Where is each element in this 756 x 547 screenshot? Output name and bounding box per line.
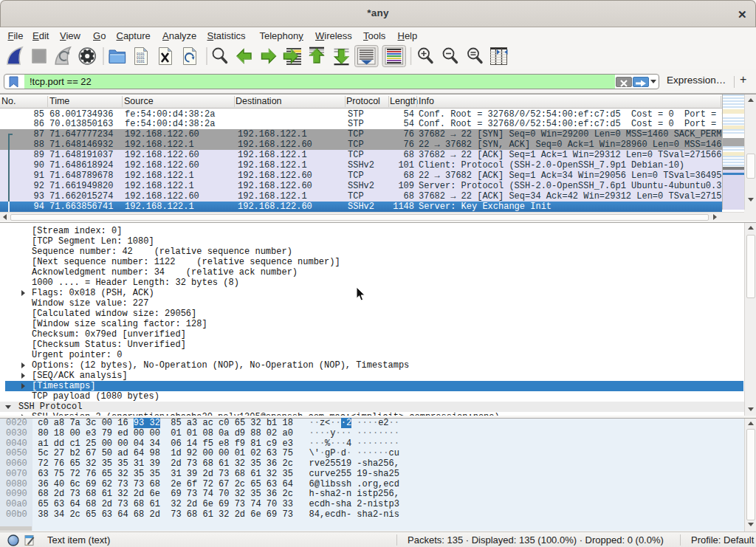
svg-text:0101: 0101 bbox=[137, 60, 145, 63]
svg-text:101: 101 bbox=[186, 52, 192, 55]
